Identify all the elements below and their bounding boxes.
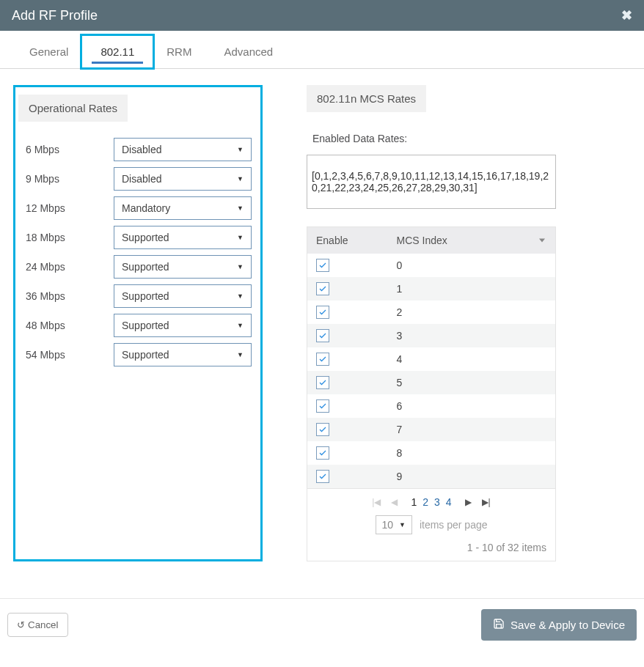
tab-rrm[interactable]: RRM bbox=[150, 35, 208, 68]
rate-select[interactable]: Supported▼ bbox=[114, 284, 252, 308]
enable-checkbox[interactable] bbox=[316, 399, 329, 413]
items-per-page-select[interactable]: 10 ▼ bbox=[376, 515, 413, 534]
rate-select[interactable]: Disabled▼ bbox=[114, 167, 252, 191]
table-row: 5 bbox=[307, 371, 556, 394]
table-row: 6 bbox=[307, 394, 556, 418]
rate-label: 18 Mbps bbox=[18, 232, 114, 243]
pager-numbers: 1234 bbox=[408, 496, 454, 508]
table-row: 8 bbox=[307, 441, 556, 465]
mcs-index-cell: 1 bbox=[388, 277, 556, 301]
rate-label: 24 Mbps bbox=[18, 261, 114, 273]
rate-row: 12 MbpsMandatory▼ bbox=[18, 196, 252, 220]
mcs-index-cell: 2 bbox=[388, 301, 556, 324]
select-value: Disabled bbox=[122, 144, 161, 155]
col-mcs-index[interactable]: MCS Index bbox=[388, 227, 556, 254]
page-number[interactable]: 4 bbox=[443, 496, 455, 508]
enabled-rates-label: Enabled Data Rates: bbox=[312, 133, 556, 144]
tab-advanced[interactable]: Advanced bbox=[208, 35, 289, 68]
mcs-index-cell: 3 bbox=[388, 324, 556, 347]
pager-last-icon[interactable]: ▶| bbox=[482, 497, 491, 507]
chevron-down-icon: ▼ bbox=[399, 521, 406, 528]
table-row: 2 bbox=[307, 301, 556, 324]
enable-checkbox[interactable] bbox=[316, 306, 329, 319]
chevron-down-icon: ▼ bbox=[237, 175, 244, 183]
undo-icon: ↺ bbox=[17, 619, 25, 630]
pager-prev-icon[interactable]: ◀ bbox=[391, 497, 398, 507]
select-value: Mandatory bbox=[122, 202, 170, 214]
rate-select[interactable]: Supported▼ bbox=[114, 343, 252, 366]
button-label: Cancel bbox=[28, 619, 59, 630]
chevron-down-icon: ▼ bbox=[237, 292, 244, 300]
mcs-index-cell: 0 bbox=[388, 254, 556, 277]
enable-checkbox[interactable] bbox=[316, 259, 329, 272]
modal-header: Add RF Profile ✖ bbox=[0, 0, 644, 31]
rate-select[interactable]: Supported▼ bbox=[114, 314, 252, 337]
tab-label: Advanced bbox=[224, 45, 273, 58]
enable-checkbox[interactable] bbox=[316, 376, 329, 389]
ipp-value: 10 bbox=[382, 519, 394, 531]
ipp-label: items per page bbox=[420, 519, 488, 531]
pager-next-icon[interactable]: ▶ bbox=[465, 497, 472, 507]
enable-checkbox[interactable] bbox=[316, 329, 329, 342]
rate-row: 54 MbpsSupported▼ bbox=[18, 343, 252, 366]
page-number[interactable]: 2 bbox=[420, 496, 431, 508]
page-number[interactable]: 1 bbox=[408, 496, 420, 508]
enable-checkbox[interactable] bbox=[316, 353, 329, 366]
save-icon bbox=[493, 618, 505, 632]
enable-checkbox[interactable] bbox=[316, 282, 329, 295]
pager-range: 1 - 10 of 32 items bbox=[316, 542, 546, 553]
chevron-down-icon: ▼ bbox=[237, 351, 244, 358]
chevron-down-icon: ▼ bbox=[237, 234, 244, 241]
rate-label: 6 Mbps bbox=[18, 144, 114, 155]
select-value: Supported bbox=[122, 320, 169, 331]
select-value: Disabled bbox=[122, 173, 161, 185]
rate-select[interactable]: Supported▼ bbox=[114, 255, 252, 279]
tab-label: 802.11 bbox=[100, 45, 134, 58]
col-enable[interactable]: Enable bbox=[307, 227, 388, 254]
mcs-index-cell: 7 bbox=[388, 418, 556, 441]
tab-80211[interactable]: 802.11 bbox=[84, 35, 150, 68]
pager-first-icon[interactable]: |◀ bbox=[372, 497, 381, 507]
select-value: Supported bbox=[122, 232, 169, 243]
table-row: 3 bbox=[307, 324, 556, 347]
select-value: Supported bbox=[122, 290, 169, 302]
button-label: Save & Apply to Device bbox=[511, 619, 625, 631]
tab-bar: General 802.11 RRM Advanced bbox=[0, 35, 644, 69]
rate-row: 36 MbpsSupported▼ bbox=[18, 284, 252, 308]
mcs-index-cell: 6 bbox=[388, 394, 556, 418]
enable-checkbox[interactable] bbox=[316, 423, 329, 436]
rate-row: 18 MbpsSupported▼ bbox=[18, 226, 252, 249]
rate-row: 48 MbpsSupported▼ bbox=[18, 314, 252, 337]
select-value: Supported bbox=[122, 261, 169, 273]
table-row: 0 bbox=[307, 254, 556, 277]
rate-select[interactable]: Supported▼ bbox=[114, 226, 252, 249]
page-number[interactable]: 3 bbox=[431, 496, 443, 508]
rate-label: 12 Mbps bbox=[18, 202, 114, 214]
chevron-down-icon: ▼ bbox=[237, 146, 244, 153]
chevron-down-icon: ▼ bbox=[237, 322, 244, 329]
rate-select[interactable]: Disabled▼ bbox=[114, 138, 252, 161]
rate-select[interactable]: Mandatory▼ bbox=[114, 196, 252, 220]
chevron-down-icon: ▼ bbox=[237, 263, 244, 270]
modal-footer: ↺ Cancel Save & Apply to Device bbox=[0, 598, 644, 651]
pager: |◀ ◀ 1234 ▶ ▶| 10 ▼ items per page 1 - 1… bbox=[307, 489, 556, 561]
mcs-index-cell: 5 bbox=[388, 371, 556, 394]
rate-label: 54 Mbps bbox=[18, 349, 114, 361]
content-area: Operational Rates 6 MbpsDisabled▼9 MbpsD… bbox=[0, 69, 644, 598]
table-row: 1 bbox=[307, 277, 556, 301]
tab-general[interactable]: General bbox=[13, 35, 84, 68]
enable-checkbox[interactable] bbox=[316, 446, 329, 460]
tab-label: General bbox=[29, 45, 68, 58]
mcs-panel: 802.11n MCS Rates Enabled Data Rates: [0… bbox=[307, 85, 556, 561]
close-icon[interactable]: ✖ bbox=[621, 7, 632, 23]
select-value: Supported bbox=[122, 349, 169, 361]
rate-label: 36 Mbps bbox=[18, 290, 114, 302]
enable-checkbox[interactable] bbox=[316, 470, 329, 483]
table-row: 4 bbox=[307, 347, 556, 371]
enabled-rates-box: [0,1,2,3,4,5,6,7,8,9,10,11,12,13,14,15,1… bbox=[307, 155, 556, 209]
save-apply-button[interactable]: Save & Apply to Device bbox=[481, 609, 637, 641]
cancel-button[interactable]: ↺ Cancel bbox=[7, 613, 68, 637]
rate-label: 9 Mbps bbox=[18, 173, 114, 185]
operational-rates-panel: Operational Rates 6 MbpsDisabled▼9 MbpsD… bbox=[13, 85, 263, 561]
table-row: 7 bbox=[307, 418, 556, 441]
